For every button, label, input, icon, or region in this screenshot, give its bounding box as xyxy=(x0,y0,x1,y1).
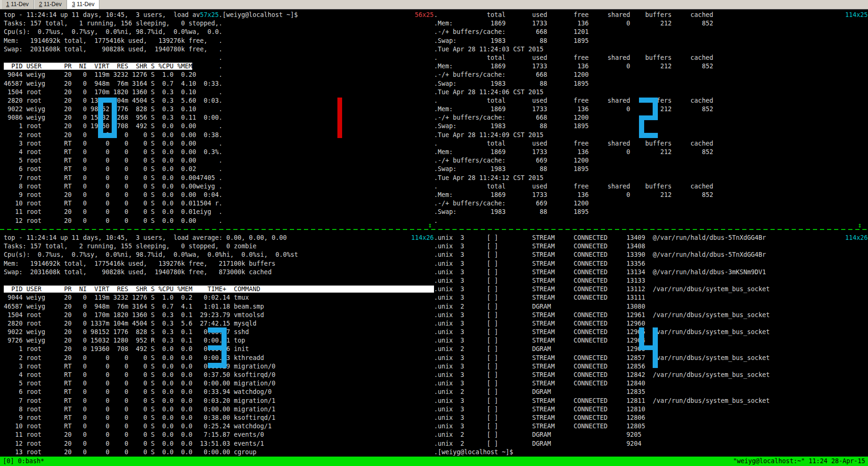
pane-number-0 xyxy=(98,98,117,138)
terminal-line: Cpu(s): 0.7%us, 0.7%sy, 0.0%ni, 98.7%id,… xyxy=(4,251,434,259)
terminal-line: unix 3 [ ] STREAM CONNECTED 12840 xyxy=(438,379,868,388)
terminal-line: -/+ buffers/cache: 669 1200 xyxy=(438,156,868,165)
terminal-line: 4 root RT 0 0 0 0 S 0.0 0.0 0:37.50 ksof… xyxy=(4,371,434,379)
terminal-line: 8 root RT 0 0 0 0 S 0.0 0.0 0:00.00 migr… xyxy=(4,405,434,414)
terminal-line: [weiyg@localhost ~]$ xyxy=(438,448,868,457)
terminal-line: 9 root RT 0 0 0 0 S 0.0 0.0 0:38.00 ksof… xyxy=(4,414,434,422)
terminal-line xyxy=(4,54,219,62)
terminal-line: 46587 weiyg 20 0 948m 76m 3164 S 0.7 4.1… xyxy=(4,80,219,88)
terminal-line: unix 3 [ ] STREAM CONNECTED 13112 /var/r… xyxy=(438,285,868,294)
terminal-line: -/+ buffers/cache: 668 1200 xyxy=(438,71,868,79)
terminal-line: Swap: 2031608k total, 90828k used, 19407… xyxy=(4,268,434,277)
terminal-line: 2820 root 20 0 1337m 104m 4504 S 0.3 5.6… xyxy=(4,319,434,328)
divider-resize-marker: ↕ xyxy=(428,222,432,229)
terminal-line: Mem: 1914692k total, 1775416k used, 1392… xyxy=(4,260,434,268)
status-host-clock: "weiyg@localhost:~" 11:24 28-Apr-15 xyxy=(733,457,865,466)
terminal-line: unix 3 [ ] STREAM CONNECTED 12811 /var/r… xyxy=(438,397,868,405)
terminal-line: unix 3 [ ] STREAM CONNECTED 13111 xyxy=(438,294,868,302)
terminal-line: total used free shared buffers cached xyxy=(438,182,868,191)
pane-divider-vertical[interactable]: ......................... xyxy=(434,11,438,225)
terminal-line xyxy=(438,217,868,225)
terminal-line: top - 11:24:14 up 11 days, 10:45, 3 user… xyxy=(4,234,434,242)
terminal-line: Tue Apr 28 11:24:03 CST 2015 xyxy=(438,45,868,54)
terminal-line: Mem: 1869 1733 136 0 212 852 xyxy=(438,62,868,71)
pane-divider-vertical[interactable]: .......................... xyxy=(434,234,438,457)
terminal-line: 7 root RT 0 0 0 0 S 0.0 0.0047405 xyxy=(4,174,219,182)
tmux-status-bar: [0] 0:bash* "weiyg@localhost:~" 11:24 28… xyxy=(0,457,868,466)
terminal-line: 3 root RT 0 0 0 0 S 0.0 0.00 xyxy=(4,139,219,148)
terminal-line: 13 root 20 0 0 0 0 S 0.0 0.0 0:00.00 cgr… xyxy=(4,448,434,457)
terminal-line: Swap: 2031608k total, 90828k used, 19407… xyxy=(4,45,219,54)
terminal-line: unix 3 [ ] STREAM CONNECTED 13409 @/var/… xyxy=(438,234,868,242)
pane-number-4 xyxy=(639,327,658,368)
terminal-line: Swap: 1983 88 1895 xyxy=(438,208,868,216)
pane-divider-vertical[interactable]: ......................... xyxy=(219,11,222,225)
terminal-line: Mem: 1869 1733 136 0 212 852 xyxy=(438,191,868,199)
terminal-line: 9044 weiyg 20 0 119m 3232 1276 S 1.0 0.2… xyxy=(4,71,219,79)
terminal-line: Tasks: 157 total, 2 running, 155 sleepin… xyxy=(4,242,434,251)
terminal-line: -/+ buffers/cache: 668 1201 xyxy=(438,28,868,36)
terminal-line: 6 root RT 0 0 0 0 S 0.0 0.0 0:33.94 watc… xyxy=(4,388,434,396)
terminal-line: 8 root RT 0 0 0 0 S 0.0 0.00weiyg xyxy=(4,182,219,191)
terminal-line: Cpu(s): 0.7%us, 0.7%sy, 0.0%ni, 98.7%id,… xyxy=(4,28,219,36)
pane-1-shell[interactable]: [weiyg@localhost ~]$ 56x25 xyxy=(222,11,434,19)
terminal-line: 1504 root 20 0 170m 1820 1360 S 0.3 0.10 xyxy=(4,88,219,97)
terminal-line: unix 3 [ ] STREAM CONNECTED 12810 xyxy=(438,405,868,414)
terminal-line: 11 root 20 0 0 0 0 S 0.0 0.01eiyg xyxy=(4,208,219,216)
status-session-window[interactable]: [0] 0:bash* xyxy=(3,457,44,466)
terminal-line: unix 2 [ ] DGRAM 9204 xyxy=(438,440,868,448)
terminal-line: top - 11:24:14 up 11 days, 10:45, 3 user… xyxy=(4,11,219,19)
terminal-line: 12 root 20 0 0 0 0 S 0.0 0.00 xyxy=(4,217,219,225)
terminal-line: 11 root 20 0 0 0 0 S 0.0 0.0 7:15.87 eve… xyxy=(4,431,434,439)
terminal-line: unix 2 [ ] DGRAM 13080 xyxy=(438,302,868,311)
terminal-line: Mem: 1869 1733 136 0 212 852 xyxy=(438,19,868,28)
terminal-line: 9 root 20 0 0 0 0 S 0.0 0.00 0:04 xyxy=(4,191,219,199)
terminal-line: 5 root RT 0 0 0 0 S 0.0 0.0 0:00.00 migr… xyxy=(4,379,434,388)
terminal-line: unix 3 [ ] STREAM CONNECTED 12960 xyxy=(438,319,868,328)
terminal-line: [weiyg@localhost ~]$ 56x25 xyxy=(222,11,434,19)
terminal-line: 10 root RT 0 0 0 0 S 0.0 0.011504 r xyxy=(4,199,219,208)
terminal-line: unix 2 [ ] DGRAM 9205 xyxy=(438,431,868,439)
terminal-line: unix 3 [ ] STREAM CONNECTED 12806 xyxy=(438,414,868,422)
terminal-line: unix 3 [ ] STREAM CONNECTED 13133 xyxy=(438,277,868,285)
terminal-line: Tue Apr 28 11:24:06 CST 2015 xyxy=(438,88,868,97)
terminal-line: Mem: 1869 1733 136 0 212 852 xyxy=(438,148,868,156)
terminal-line: unix 3 [ ] STREAM CONNECTED 12842 /var/r… xyxy=(438,371,868,379)
terminal-line: 6 root RT 0 0 0 0 S 0.0 0.02 xyxy=(4,165,219,173)
terminal-line: 46587 weiyg 20 0 948m 76m 3164 S 0.7 4.1… xyxy=(4,302,434,311)
terminal-line: unix 3 [ ] STREAM CONNECTED 13356 xyxy=(438,260,868,268)
pane-divider-horizontal[interactable] xyxy=(0,229,868,230)
pane-number-2 xyxy=(639,98,658,138)
terminal-line: Mem: 1914692k total, 1775416k used, 1392… xyxy=(4,37,219,45)
terminal-line: Swap: 1983 88 1895 xyxy=(438,37,868,45)
terminal-line: -/+ buffers/cache: 669 1200 xyxy=(438,199,868,208)
terminal-line: PID USER PR NI VIRT RES SHR S %CPU %MEM xyxy=(4,62,219,71)
terminal-line: total used free shared buffers cached xyxy=(438,139,868,148)
terminal-line: Swap: 1983 88 1895 xyxy=(438,80,868,88)
terminal-line: total used free shared buffers cached 11… xyxy=(438,11,868,19)
terminal-line: 1504 root 20 0 170m 1820 1360 S 0.3 0.1 … xyxy=(4,311,434,319)
terminal-line: unix 3 [ ] STREAM CONNECTED 12961 /var/r… xyxy=(438,311,868,319)
pane-number-1 xyxy=(330,98,349,138)
terminal-line: 12 root 20 0 0 0 0 S 0.0 0.0 13:51.03 ev… xyxy=(4,440,434,448)
pane-number-3 xyxy=(208,327,227,368)
terminal-line: 5 root RT 0 0 0 0 S 0.0 0.00 xyxy=(4,156,219,165)
terminal-line xyxy=(4,277,434,285)
terminal-line: Tue Apr 28 11:24:12 CST 2015 xyxy=(438,174,868,182)
terminal-line: unix 3 [ ] STREAM CONNECTED 13408 xyxy=(438,242,868,251)
terminal-line: 9044 weiyg 20 0 119m 3232 1276 S 1.0 0.2… xyxy=(4,294,434,302)
terminal-line: 7 root RT 0 0 0 0 S 0.0 0.0 0:03.20 migr… xyxy=(4,397,434,405)
terminal-line: unix 2 [ ] DGRAM 12835 xyxy=(438,388,868,396)
terminal-line: Swap: 1983 88 1895 xyxy=(438,165,868,173)
terminal-line: 10 root RT 0 0 0 0 S 0.0 0.0 0:25.24 wat… xyxy=(4,422,434,431)
terminal-line: unix 3 [ ] STREAM CONNECTED 12805 xyxy=(438,422,868,431)
terminal-line: Tasks: 157 total, 1 running, 156 sleepin… xyxy=(4,19,219,28)
terminal-line: total used free shared buffers cached xyxy=(438,54,868,62)
terminal-screen: ↕ ↕ top - 11:24:14 up 11 days, 10:45, 3 … xyxy=(0,0,868,466)
terminal-line: unix 3 [ ] STREAM CONNECTED 13390 @/var/… xyxy=(438,251,868,259)
terminal-line: unix 3 [ ] STREAM CONNECTED 13134 @/var/… xyxy=(438,268,868,277)
terminal-line: PID USER PR NI VIRT RES SHR S %CPU %MEM … xyxy=(4,285,434,294)
terminal-line: 4 root RT 0 0 0 0 S 0.0 0.00 0.3% xyxy=(4,148,219,156)
